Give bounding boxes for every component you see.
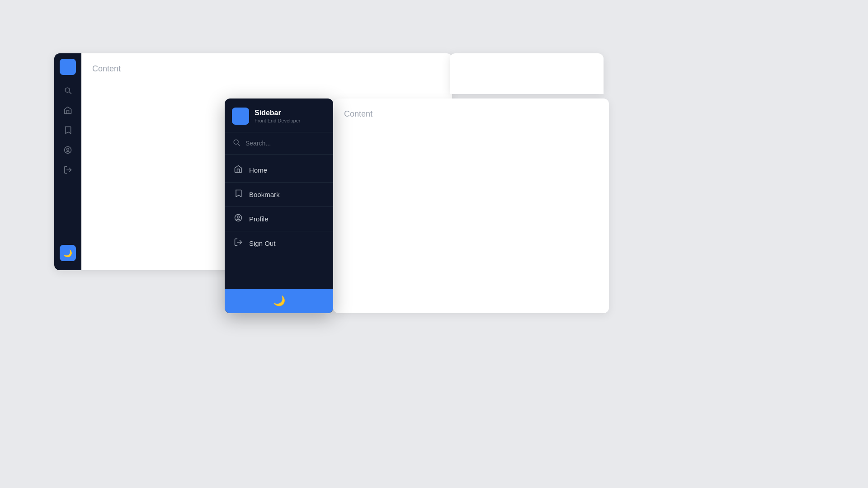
sidebar-item-signout[interactable]: Sign Out — [225, 231, 333, 255]
sidebar-title: Sidebar — [255, 109, 301, 117]
sidebar-nav: Home Bookmark Profile — [225, 155, 333, 289]
sidebar-search-icon — [232, 138, 241, 149]
bg-content-label: Content — [92, 64, 121, 73]
mini-home-icon[interactable] — [60, 102, 76, 118]
signout-label: Sign Out — [249, 239, 275, 247]
sidebar-logo — [232, 108, 249, 125]
home-icon — [234, 164, 243, 176]
svg-point-7 — [235, 215, 242, 221]
svg-point-0 — [65, 88, 70, 92]
profile-icon — [234, 213, 243, 225]
mini-sidebar: 🌙 — [54, 53, 81, 270]
svg-line-1 — [70, 92, 71, 94]
mini-logo — [60, 59, 76, 75]
sidebar-panel: Sidebar Front End Developer Home — [225, 99, 333, 313]
home-label: Home — [249, 166, 267, 174]
mini-signout-icon[interactable] — [60, 162, 76, 178]
svg-point-3 — [67, 148, 69, 150]
mini-search-icon[interactable] — [60, 82, 76, 99]
sidebar-header: Sidebar Front End Developer — [225, 99, 333, 132]
moon-icon: 🌙 — [273, 295, 285, 307]
sidebar-search-container[interactable] — [225, 132, 333, 155]
sidebar-item-home[interactable]: Home — [225, 158, 333, 183]
sidebar-item-bookmark[interactable]: Bookmark — [225, 183, 333, 207]
mini-dark-toggle[interactable]: 🌙 — [60, 245, 76, 261]
svg-point-2 — [65, 147, 71, 154]
sidebar-item-profile[interactable]: Profile — [225, 207, 333, 231]
sidebar-search-input[interactable] — [245, 140, 326, 147]
bookmark-label: Bookmark — [249, 191, 280, 198]
mini-bookmark-icon[interactable] — [60, 122, 76, 138]
svg-point-5 — [234, 140, 238, 144]
dark-mode-toggle[interactable]: 🌙 — [225, 289, 333, 313]
content-main-label: Content — [344, 109, 373, 118]
profile-label: Profile — [249, 215, 269, 223]
sidebar-subtitle: Front End Developer — [255, 118, 301, 123]
sidebar-header-text: Sidebar Front End Developer — [255, 109, 301, 123]
content-panel-main: Content — [333, 99, 609, 313]
svg-line-6 — [238, 144, 240, 146]
bookmark-icon — [234, 189, 243, 200]
mini-profile-icon[interactable] — [60, 142, 76, 158]
bg-app-right-window — [450, 53, 604, 94]
signout-icon — [234, 238, 243, 249]
svg-point-8 — [237, 216, 240, 218]
